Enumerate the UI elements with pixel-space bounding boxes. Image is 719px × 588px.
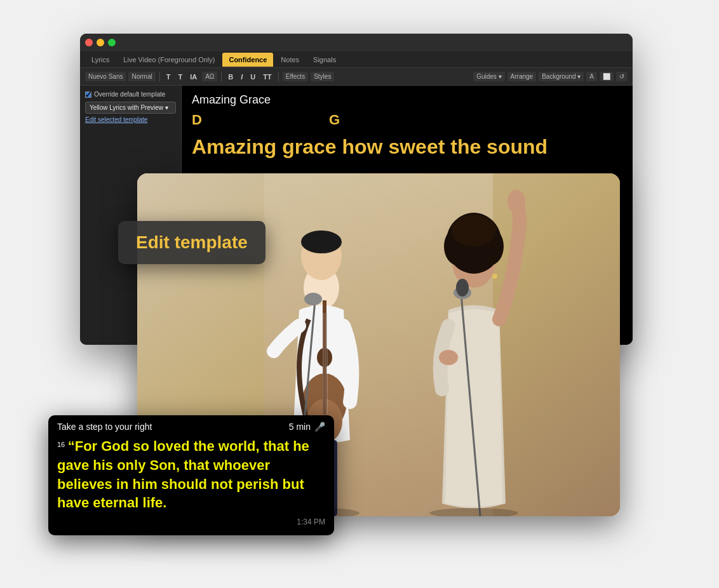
svg-point-22 [439,350,458,365]
tt-btn[interactable]: TT [260,72,274,81]
icon1-btn[interactable]: A [586,72,597,81]
icon2-btn[interactable]: ⬜ [600,72,614,81]
mic-icon: 🎤 [314,422,325,432]
style-selector[interactable]: Normal [128,72,155,81]
confidence-header: Take a step to your right 5 min 🎤 [57,422,325,432]
chord-g: G [329,112,340,128]
toolbar-divider-3 [278,72,279,82]
app-tabs: Lyrics Live Video (Foreground Only) Conf… [80,51,633,68]
text-size-t[interactable]: T [164,72,173,81]
effects-btn[interactable]: Effects [283,72,308,81]
underline-btn[interactable]: U [248,72,258,81]
svg-point-23 [492,274,497,279]
toolbar-divider-1 [159,72,160,82]
toolbar-divider-2 [221,72,222,82]
arrange-btn[interactable]: Arrange [507,72,537,81]
song-title: Amazing Grace [182,86,633,109]
svg-point-4 [301,231,342,253]
app-toolbar: Nuevo Sans Normal T T IA AΩ B I U TT Eff… [80,68,633,86]
tab-lyrics[interactable]: Lyrics [85,53,116,67]
font-selector[interactable]: Nuevo Sans [85,72,126,81]
svg-point-8 [317,348,332,367]
edit-template-tooltip[interactable]: Edit template [118,221,265,264]
text-size-down[interactable]: T [175,72,185,81]
refresh-btn[interactable]: ↺ [616,72,628,81]
svg-point-15 [304,293,322,305]
confidence-direction: Take a step to your right [57,422,152,432]
tab-live-video[interactable]: Live Video (Foreground Only) [117,53,221,67]
confidence-scripture: “For God so loved the world, that he gav… [57,438,309,511]
verse-number: 16 [57,441,65,448]
override-label: Override default template [94,91,165,98]
confidence-verse: 16 “For God so loved the world, that he … [57,437,325,512]
tab-signals[interactable]: Signals [307,53,342,67]
background-btn[interactable]: Background ▾ [539,72,584,81]
styles-btn[interactable]: Styles [311,72,334,81]
chords-row: D G [182,109,633,131]
ia-btn[interactable]: IA [187,72,199,81]
override-checkbox[interactable]: ✓ [85,91,91,98]
edit-template-label: Edit template [136,232,248,253]
template-name: Yellow Lyrics with Preview ▾ [90,104,168,111]
app-titlebar [80,34,633,51]
guides-btn[interactable]: Guides ▾ [473,72,504,81]
minimize-dot[interactable] [97,39,104,46]
aa-btn[interactable]: AΩ [202,72,217,81]
confidence-timer: 5 min 🎤 [289,422,325,432]
tab-notes[interactable]: Notes [274,53,306,67]
maximize-dot[interactable] [108,39,116,46]
chord-d: D [192,112,202,128]
timer-value: 5 min [289,422,311,432]
svg-point-20 [452,215,496,246]
toolbar-right: Guides ▾ Arrange Background ▾ A ⬜ ↺ [473,72,628,81]
italic-btn[interactable]: I [238,72,245,81]
override-row: ✓ Override default template [85,91,176,98]
confidence-timestamp: 1:34 PM [57,518,325,526]
close-dot[interactable] [85,39,93,46]
template-dropdown[interactable]: Yellow Lyrics with Preview ▾ [85,102,176,114]
svg-point-26 [456,279,469,297]
svg-point-21 [507,190,525,213]
confidence-card: Take a step to your right 5 min 🎤 16 “Fo… [48,415,334,535]
edit-template-link[interactable]: Edit selected template [85,116,176,123]
bold-btn[interactable]: B [225,72,236,81]
tab-confidence[interactable]: Confidence [222,53,273,67]
scene-container: Lyrics Live Video (Foreground Only) Conf… [48,34,671,554]
lyrics-preview: Amazing grace how sweet the sound [182,131,633,163]
